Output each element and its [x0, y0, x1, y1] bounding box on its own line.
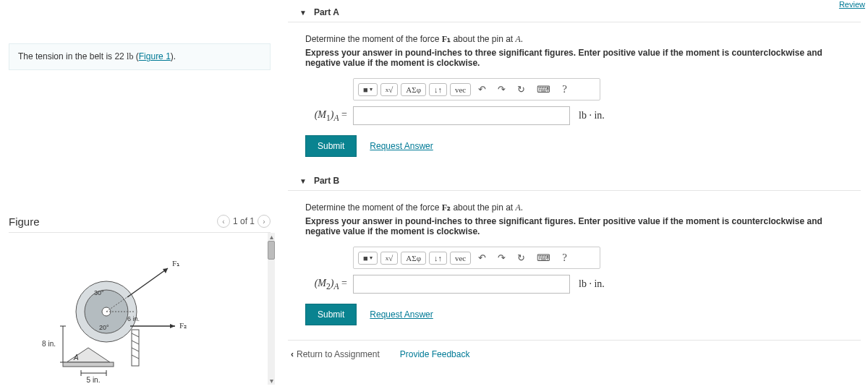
pa-t2: about the pin at — [451, 34, 515, 44]
svg-text:5 in.: 5 in. — [87, 376, 101, 384]
keyboard-button[interactable]: ⌨ — [532, 251, 555, 265]
return-link[interactable]: ‹Return to Assignment — [291, 349, 380, 359]
part-a-prompt2: Express your answer in pound-inches to t… — [305, 48, 858, 68]
feedback-link[interactable]: Provide Feedback — [400, 349, 470, 359]
right-column: ▼ Part A Determine the moment of the for… — [288, 0, 867, 389]
undo-button[interactable]: ↶ — [474, 251, 490, 265]
pb-dot: . — [521, 202, 523, 213]
problem-prefix: The tension in the belt is 22 — [18, 51, 127, 61]
svg-rect-9 — [63, 362, 114, 367]
figure-nav: ‹ 1 of 1 › — [217, 215, 271, 228]
figure-prev-button[interactable]: ‹ — [217, 215, 230, 228]
figure-next-button[interactable]: › — [258, 215, 271, 228]
vec-button[interactable]: vec — [450, 252, 471, 265]
figure-diagram: 5 in. 8 in. 30° 20° F₁ — [9, 243, 255, 388]
greek-button[interactable]: ΑΣφ — [401, 83, 426, 96]
request-answer-b[interactable]: Request Answer — [370, 309, 433, 320]
part-a-input-row: (M1)A = lb · in. — [305, 106, 858, 125]
submit-button-a[interactable]: Submit — [305, 135, 357, 157]
pb-var-label: (M2)A = — [305, 278, 347, 291]
part-a-body: Determine the moment of the force F₁ abo… — [288, 22, 867, 168]
scroll-down-icon: ▾ — [268, 377, 275, 385]
pb-instr: Express your answer in pound-inches to t… — [305, 216, 822, 236]
part-b-header: ▼ Part B — [288, 168, 861, 191]
svg-text:6 in.: 6 in. — [127, 315, 140, 322]
part-a-answer-input[interactable] — [353, 106, 570, 125]
collapse-icon[interactable]: ▼ — [299, 177, 307, 185]
pa-var-label: (M1)A = — [305, 109, 347, 123]
pa-t1: Determine the moment of the force — [305, 34, 442, 44]
pa-dot: . — [521, 34, 523, 44]
equation-toolbar-a: ■▾ x√ ΑΣφ ↓↑ vec ↶ ↷ ↻ ⌨ ? — [353, 78, 600, 101]
reset-button[interactable]: ↻ — [513, 82, 529, 97]
vec-button[interactable]: vec — [450, 83, 471, 96]
pb-pt: A — [516, 202, 521, 213]
reset-button[interactable]: ↻ — [513, 251, 529, 265]
pa-units: lb · in. — [579, 110, 605, 121]
sqrt-button[interactable]: x√ — [380, 83, 399, 96]
problem-statement: The tension in the belt is 22 lb (Figure… — [9, 43, 271, 70]
footer-row: ‹Return to Assignment Provide Feedback — [288, 340, 861, 368]
help-button[interactable]: ? — [558, 82, 571, 97]
part-b-body: Determine the moment of the force F₂ abo… — [288, 191, 867, 337]
redo-button[interactable]: ↷ — [493, 82, 510, 97]
scroll-up-icon: ▴ — [268, 233, 275, 241]
request-answer-a[interactable]: Request Answer — [370, 141, 433, 151]
pb-t1: Determine the moment of the force — [305, 202, 442, 213]
figure-link[interactable]: Figure 1 — [139, 51, 171, 61]
part-b-prompt1: Determine the moment of the force F₂ abo… — [305, 202, 858, 213]
subsup-button[interactable]: ↓↑ — [429, 252, 447, 265]
figure-section: Figure ‹ 1 of 1 › 5 in. 8 in. — [9, 215, 271, 388]
templates-button[interactable]: ■▾ — [358, 83, 378, 96]
pb-units: lb · in. — [579, 278, 605, 290]
svg-text:30°: 30° — [94, 289, 104, 296]
svg-text:F₂: F₂ — [179, 321, 187, 330]
pa-pt: A — [516, 34, 521, 44]
part-a-title: Part A — [314, 7, 339, 17]
sqrt-button[interactable]: x√ — [380, 252, 399, 265]
svg-line-17 — [127, 268, 168, 297]
svg-text:20°: 20° — [99, 324, 109, 331]
figure-nav-count: 1 of 1 — [233, 216, 255, 226]
figure-header: Figure ‹ 1 of 1 › — [9, 215, 271, 233]
templates-button[interactable]: ■▾ — [358, 252, 378, 265]
part-a-prompt1: Determine the moment of the force F₁ abo… — [305, 34, 858, 45]
part-b-title: Part B — [314, 176, 339, 186]
problem-open: ( — [133, 51, 138, 61]
svg-text:8 in.: 8 in. — [42, 340, 56, 348]
subsup-button[interactable]: ↓↑ — [429, 83, 447, 96]
equation-toolbar-b: ■▾ x√ ΑΣφ ↓↑ vec ↶ ↷ ↻ ⌨ ? — [353, 247, 600, 269]
help-button[interactable]: ? — [558, 250, 571, 265]
part-b-prompt2: Express your answer in pound-inches to t… — [305, 216, 858, 236]
pb-submit-row: Submit Request Answer — [305, 304, 858, 325]
svg-text:F₁: F₁ — [172, 259, 179, 268]
part-b-input-row: (M2)A = lb · in. — [305, 275, 858, 294]
svg-marker-21 — [170, 324, 175, 328]
pa-instr: Express your answer in pound-inches to t… — [305, 48, 822, 68]
figure-label: Figure — [9, 215, 40, 228]
redo-button[interactable]: ↷ — [493, 251, 510, 265]
problem-close: ). — [171, 51, 176, 61]
collapse-icon[interactable]: ▼ — [299, 9, 307, 17]
undo-button[interactable]: ↶ — [474, 82, 490, 97]
greek-button[interactable]: ΑΣφ — [401, 252, 426, 265]
submit-button-b[interactable]: Submit — [305, 304, 357, 325]
left-column: The tension in the belt is 22 lb (Figure… — [0, 0, 275, 389]
svg-marker-8 — [67, 348, 110, 362]
scroll-thumb[interactable] — [268, 241, 275, 260]
pa-submit-row: Submit Request Answer — [305, 135, 858, 157]
svg-text:A: A — [73, 354, 79, 362]
figure-scrollbar[interactable]: ▴ ▾ — [268, 233, 275, 385]
keyboard-button[interactable]: ⌨ — [532, 82, 555, 97]
pb-t2: about the pin at — [451, 202, 515, 213]
part-b-answer-input[interactable] — [353, 275, 570, 294]
pa-var1: F₁ — [442, 34, 451, 44]
pb-var1: F₂ — [442, 202, 451, 213]
part-a-header: ▼ Part A — [288, 0, 861, 22]
chevron-left-icon: ‹ — [291, 349, 294, 359]
